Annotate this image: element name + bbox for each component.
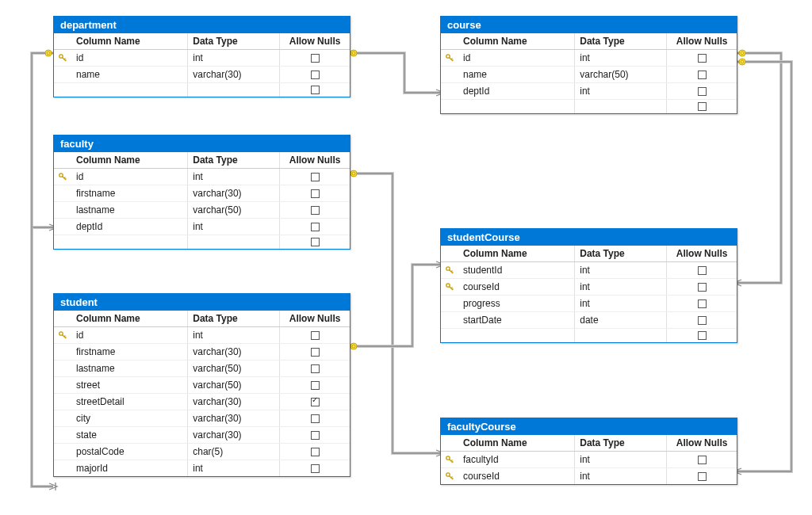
table-row[interactable]: deptIdint [441, 83, 737, 100]
table-row[interactable]: idint [54, 50, 350, 67]
table-row[interactable]: studentIdint [441, 262, 737, 279]
table-column-headers: Column NameData TypeAllow Nulls [54, 311, 350, 327]
header-data-type: Data Type [575, 246, 667, 261]
table-title[interactable]: student [54, 294, 350, 311]
header-allow-nulls: Allow Nulls [280, 152, 350, 168]
table-student[interactable]: studentColumn NameData TypeAllow Nullsid… [53, 293, 350, 477]
allow-nulls-checkbox[interactable] [698, 283, 707, 292]
table-row[interactable]: progressint [441, 296, 737, 312]
allow-nulls-checkbox[interactable] [311, 206, 320, 215]
column-type-cell: int [575, 279, 667, 295]
allow-nulls-checkbox[interactable] [311, 414, 320, 423]
column-type-cell: int [575, 452, 667, 467]
primary-key-icon [58, 330, 67, 340]
allow-nulls-checkbox[interactable] [698, 87, 707, 96]
table-row[interactable] [441, 329, 737, 342]
allow-nulls-checkbox[interactable] [311, 431, 320, 440]
table-faculty[interactable]: facultyColumn NameData TypeAllow Nullsid… [53, 135, 350, 250]
table-title[interactable]: studentCourse [441, 229, 737, 246]
column-name-cell: postalCode [71, 444, 188, 460]
table-row[interactable]: firstnamevarchar(30) [54, 344, 350, 360]
column-type-cell: varchar(30) [188, 410, 280, 426]
table-row[interactable]: courseIdint [441, 279, 737, 296]
table-row[interactable]: idint [441, 50, 737, 67]
table-row[interactable]: deptIdint [54, 219, 350, 235]
allow-nulls-checkbox[interactable] [698, 316, 707, 325]
allow-nulls-checkbox[interactable] [698, 331, 707, 340]
allow-nulls-checkbox[interactable] [311, 238, 320, 246]
column-type-cell: int [575, 262, 667, 278]
table-row[interactable]: startDatedate [441, 312, 737, 329]
table-studentCourse[interactable]: studentCourseColumn NameData TypeAllow N… [440, 228, 737, 343]
column-type-cell: int [575, 50, 667, 66]
svg-point-4 [350, 170, 357, 177]
allow-nulls-checkbox[interactable] [311, 189, 320, 198]
table-row[interactable]: idint [54, 327, 350, 344]
allow-nulls-checkbox[interactable] [698, 472, 707, 481]
column-type-cell: varchar(50) [188, 377, 280, 393]
table-row[interactable]: firstnamevarchar(30) [54, 185, 350, 202]
allow-nulls-checkbox[interactable] [311, 364, 320, 373]
allow-nulls-checkbox[interactable] [311, 86, 320, 94]
allow-nulls-checkbox[interactable] [698, 266, 707, 275]
allow-nulls-checkbox[interactable] [698, 456, 707, 464]
svg-point-1 [352, 52, 355, 55]
column-name-cell: progress [458, 296, 575, 311]
svg-point-6 [350, 343, 357, 349]
table-row[interactable]: postalCodechar(5) [54, 444, 350, 460]
allow-nulls-checkbox[interactable] [311, 381, 320, 390]
table-department[interactable]: departmentColumn NameData TypeAllow Null… [53, 16, 350, 97]
column-type-cell: varchar(30) [188, 185, 280, 201]
table-course[interactable]: courseColumn NameData TypeAllow Nullsidi… [440, 16, 737, 114]
allow-nulls-checkbox[interactable] [311, 398, 320, 406]
allow-nulls-checkbox[interactable] [311, 223, 320, 231]
table-row[interactable]: statevarchar(30) [54, 427, 350, 444]
table-row[interactable] [54, 235, 350, 249]
column-type-cell: int [188, 50, 280, 66]
table-title[interactable]: faculty [54, 135, 350, 152]
allow-nulls-checkbox[interactable] [311, 173, 320, 181]
primary-key-icon [445, 265, 454, 275]
table-row[interactable]: streetvarchar(50) [54, 377, 350, 394]
column-name-cell: id [71, 327, 188, 343]
table-row[interactable]: lastnamevarchar(50) [54, 202, 350, 219]
allow-nulls-checkbox[interactable] [698, 299, 707, 308]
svg-point-11 [741, 60, 744, 63]
table-row[interactable]: cityvarchar(30) [54, 410, 350, 427]
table-row[interactable]: majorIdint [54, 460, 350, 476]
table-row[interactable]: lastnamevarchar(50) [54, 360, 350, 377]
column-name-cell: studentId [458, 262, 575, 278]
allow-nulls-checkbox[interactable] [311, 71, 320, 79]
allow-nulls-checkbox[interactable] [311, 448, 320, 456]
svg-point-2 [45, 50, 52, 56]
column-name-cell: courseId [458, 468, 575, 484]
column-type-cell: varchar(30) [188, 427, 280, 443]
table-row[interactable]: streetDetailvarchar(30) [54, 394, 350, 410]
column-name-cell: city [71, 410, 188, 426]
column-name-cell: id [71, 50, 188, 66]
allow-nulls-checkbox[interactable] [698, 54, 707, 63]
allow-nulls-checkbox[interactable] [698, 102, 707, 111]
rel-course-studentCourse [733, 50, 781, 287]
table-row[interactable]: idint [54, 169, 350, 185]
column-name-cell: firstname [71, 185, 188, 201]
table-row[interactable]: facultyIdint [441, 452, 737, 468]
table-row[interactable]: courseIdint [441, 468, 737, 484]
column-name-cell: firstname [71, 344, 188, 360]
allow-nulls-checkbox[interactable] [311, 464, 320, 473]
allow-nulls-checkbox[interactable] [698, 71, 707, 79]
table-facultyCourse[interactable]: facultyCourseColumn NameData TypeAllow N… [440, 418, 737, 485]
table-row[interactable]: namevarchar(30) [54, 67, 350, 83]
allow-nulls-checkbox[interactable] [311, 348, 320, 357]
table-row[interactable] [441, 100, 737, 113]
table-title[interactable]: course [441, 17, 737, 33]
table-column-headers: Column NameData TypeAllow Nulls [54, 33, 350, 50]
allow-nulls-checkbox[interactable] [311, 331, 320, 340]
table-title[interactable]: facultyCourse [441, 418, 737, 435]
column-name-cell: courseId [458, 279, 575, 295]
allow-nulls-checkbox[interactable] [311, 54, 320, 63]
table-row[interactable] [54, 83, 350, 97]
table-row[interactable]: namevarchar(50) [441, 67, 737, 83]
column-name-cell: street [71, 377, 188, 393]
table-title[interactable]: department [54, 17, 350, 33]
